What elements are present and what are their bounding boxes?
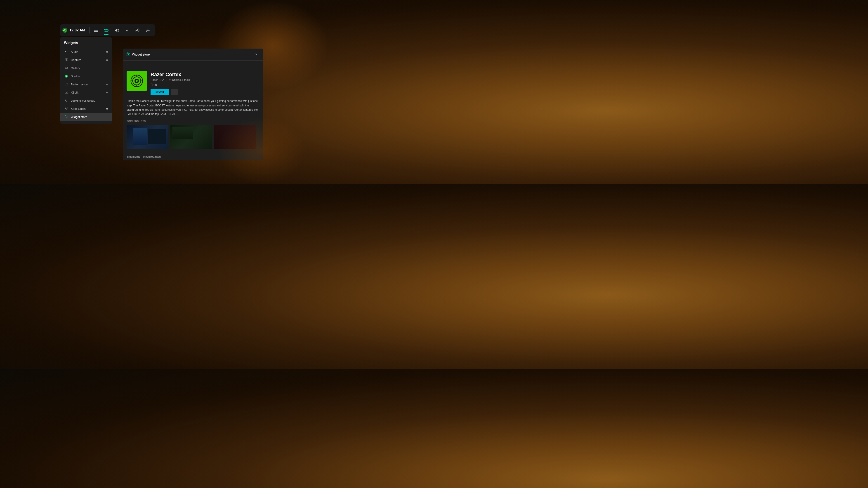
lfg-label: Looking For Group <box>71 99 95 102</box>
widget-store-back-button[interactable]: ← <box>123 61 263 69</box>
gamebar-audio-button[interactable] <box>112 25 122 35</box>
app-price: Free <box>151 83 259 87</box>
svg-point-17 <box>66 59 67 61</box>
audio-icon <box>64 50 68 54</box>
xsplit-label: XSplit <box>71 91 79 94</box>
gamebar-settings-button[interactable] <box>143 25 153 35</box>
svg-point-13 <box>136 29 137 30</box>
xbox-social-label: Xbox Social <box>71 107 86 110</box>
svg-rect-7 <box>105 30 105 31</box>
spotify-icon <box>64 74 68 78</box>
widget-store-title: Widget store <box>132 53 150 56</box>
svg-point-26 <box>65 100 66 101</box>
gamebar-social-button[interactable] <box>132 25 143 35</box>
screenshot-1[interactable] <box>127 125 168 149</box>
gamebar-game-button[interactable] <box>101 25 111 35</box>
widget-store-panel: Widget store × ← <box>123 48 263 160</box>
capture-label: Capture <box>71 58 81 62</box>
svg-point-27 <box>67 100 68 100</box>
xsplit-icon: X <box>64 90 68 95</box>
capture-star[interactable]: ★ <box>106 58 108 61</box>
screenshots-label: SCREENSHOTS <box>127 120 259 123</box>
gallery-label: Gallery <box>71 66 80 70</box>
widgets-panel-title: Widgets <box>60 40 112 48</box>
svg-rect-16 <box>65 59 68 61</box>
svg-rect-20 <box>65 68 68 69</box>
performance-star[interactable]: ★ <box>106 83 108 86</box>
gamebar-separator <box>89 27 90 33</box>
screenshots-row <box>127 125 259 149</box>
app-description: Enable the Razer Cortex BETA widget in t… <box>127 99 259 116</box>
svg-point-29 <box>67 107 68 108</box>
svg-point-9 <box>107 30 108 31</box>
svg-point-33 <box>128 54 129 55</box>
screenshot-2[interactable] <box>170 125 212 149</box>
svg-point-11 <box>126 30 128 31</box>
app-header: Razer Cortex Razer USA LTD • Utilities &… <box>127 69 259 99</box>
svg-point-37 <box>136 80 138 82</box>
xbox-social-icon <box>64 106 68 111</box>
sidebar-item-xbox-social[interactable]: Xbox Social ★ <box>60 105 112 113</box>
svg-rect-5 <box>105 29 107 30</box>
svg-rect-1 <box>94 29 98 29</box>
gallery-icon <box>64 66 68 70</box>
app-info: Razer Cortex Razer USA LTD • Utilities &… <box>151 71 259 95</box>
sidebar-item-lfg[interactable]: Looking For Group <box>60 96 112 105</box>
svg-point-8 <box>107 30 107 31</box>
performance-label: Performance <box>71 83 88 86</box>
svg-rect-3 <box>94 31 98 32</box>
audio-star[interactable]: ★ <box>106 50 108 53</box>
xbox-logo <box>62 28 68 33</box>
additional-info-label: ADDITIONAL INFORMATION <box>127 156 259 159</box>
widget-store-header-left: Widget store <box>127 52 150 57</box>
svg-text:X: X <box>66 92 67 93</box>
sidebar-item-spotify[interactable]: Spotify <box>60 72 112 80</box>
install-button[interactable]: Install <box>151 89 169 95</box>
widget-store-sidebar-label: Widget store <box>71 115 87 119</box>
xsplit-star[interactable]: ★ <box>106 91 108 94</box>
more-button[interactable]: ... <box>171 89 178 95</box>
sidebar-item-performance[interactable]: Performance ★ <box>60 80 112 88</box>
sidebar-item-xsplit[interactable]: X XSplit ★ <box>60 88 112 96</box>
screenshot-3[interactable] <box>214 125 256 149</box>
sidebar-item-gallery[interactable]: Gallery <box>60 64 112 72</box>
xbox-social-star[interactable]: ★ <box>106 107 108 110</box>
performance-icon <box>64 82 68 87</box>
widgets-panel: Widgets Audio ★ Capture ★ <box>60 37 112 124</box>
gamebar: 12:02 AM <box>60 24 155 36</box>
widget-store-header: Widget store × <box>123 48 263 61</box>
svg-point-21 <box>65 67 66 68</box>
svg-point-28 <box>65 108 66 109</box>
svg-rect-18 <box>66 59 67 59</box>
svg-rect-2 <box>94 30 98 31</box>
audio-label: Audio <box>71 50 78 54</box>
widget-store-header-icon <box>127 52 130 57</box>
widget-store-body: Razer Cortex Razer USA LTD • Utilities &… <box>123 69 263 160</box>
gamebar-capture-button[interactable] <box>122 25 132 35</box>
app-publisher: Razer USA LTD • Utilities & tools <box>151 78 259 82</box>
svg-point-31 <box>66 117 67 118</box>
app-icon <box>127 71 147 91</box>
app-name: Razer Cortex <box>151 72 259 77</box>
widget-store-sidebar-icon <box>64 115 68 119</box>
app-actions: Install ... <box>151 89 259 95</box>
svg-rect-12 <box>126 29 128 29</box>
capture-icon <box>64 58 68 62</box>
sidebar-item-capture[interactable]: Capture ★ <box>60 56 112 64</box>
svg-point-15 <box>147 30 148 31</box>
lfg-icon <box>64 98 68 103</box>
gamebar-menu-button[interactable] <box>91 25 101 35</box>
sidebar-item-widget-store[interactable]: Widget store <box>60 113 112 121</box>
sidebar-item-audio[interactable]: Audio ★ <box>60 48 112 56</box>
svg-rect-10 <box>125 29 129 32</box>
spotify-label: Spotify <box>71 74 80 78</box>
additional-info: ADDITIONAL INFORMATION Release date Appr… <box>127 153 259 160</box>
svg-point-14 <box>138 29 139 30</box>
gamebar-clock: 12:02 AM <box>69 28 85 32</box>
widget-store-close-button[interactable]: × <box>253 51 259 58</box>
